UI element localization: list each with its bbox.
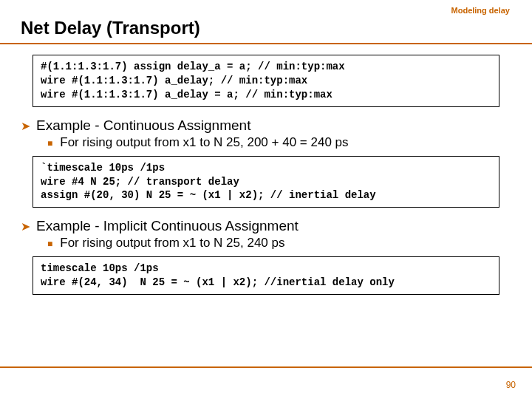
subbullet-text: For rising output from x1 to N 25, 200 +… bbox=[60, 135, 348, 150]
code-block-2: `timescale 10ps /1ps wire #4 N 25; // tr… bbox=[33, 156, 499, 208]
subbullet-rising-240: ■ For rising output from x1 to N 25, 200… bbox=[47, 135, 511, 150]
square-icon: ■ bbox=[47, 138, 52, 149]
arrow-icon: ➤ bbox=[21, 119, 30, 133]
content-area: #(1.1:1.3:1.7) assign delay_a = a; // mi… bbox=[0, 55, 532, 295]
bullet-example-implicit: ➤ Example - Implicit Continuous Assignme… bbox=[21, 218, 511, 234]
arrow-icon: ➤ bbox=[21, 219, 30, 233]
bullet-text: Example - Continuous Assignment bbox=[36, 117, 250, 134]
subbullet-rising-240b: ■ For rising output from x1 to N 25, 240… bbox=[47, 236, 511, 250]
section-label: Modeling delay bbox=[451, 6, 510, 15]
bullet-example-continuous: ➤ Example - Continuous Assignment bbox=[21, 117, 511, 134]
code-block-3: timescale 10ps /1ps wire #(24, 34) N 25 … bbox=[33, 256, 499, 295]
code-block-1: #(1.1:1.3:1.7) assign delay_a = a; // mi… bbox=[33, 55, 499, 107]
square-icon: ■ bbox=[47, 239, 52, 249]
bullet-text: Example - Implicit Continuous Assignment bbox=[36, 218, 299, 234]
page-number: 90 bbox=[506, 380, 516, 390]
subbullet-text: For rising output from x1 to N 25, 240 p… bbox=[60, 236, 284, 250]
footer-rule bbox=[0, 366, 532, 368]
title-rule bbox=[0, 43, 532, 44]
